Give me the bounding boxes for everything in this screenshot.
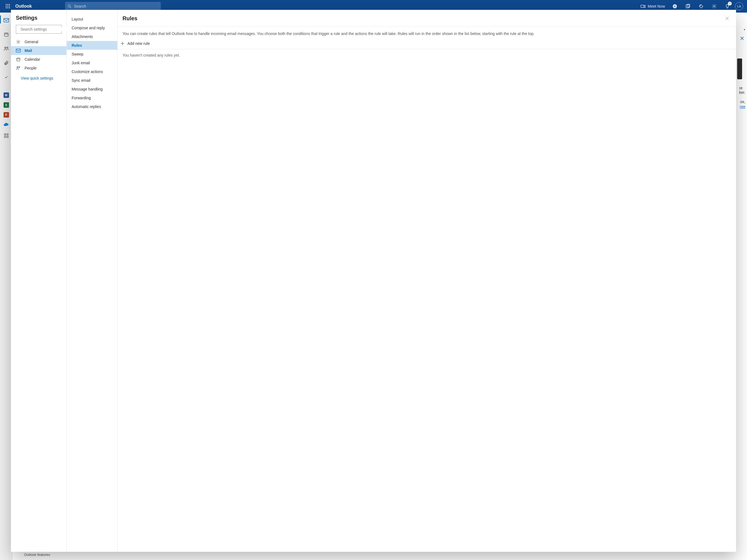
waffle-icon (6, 4, 10, 8)
svg-point-16 (700, 5, 700, 6)
svg-rect-1 (7, 4, 8, 5)
bg-upgrade-line2: Outlook features (24, 553, 52, 557)
card-icon (686, 4, 690, 9)
tips-badge: 7 (728, 2, 732, 5)
svg-rect-4 (7, 6, 8, 6)
calendar-icon (4, 32, 9, 37)
rail-excel[interactable]: X (4, 102, 9, 108)
category-people[interactable]: People (11, 64, 67, 73)
svg-point-40 (19, 67, 20, 68)
subnav-customize-actions[interactable]: Customize actions (67, 67, 117, 76)
bg-banner-close[interactable] (739, 35, 745, 42)
rail-calendar[interactable] (0, 29, 12, 40)
close-icon (740, 36, 744, 41)
quick-settings-link[interactable]: View quick settings (21, 76, 53, 80)
subnav-message-handling[interactable]: Message handling (67, 85, 117, 94)
bg-chevron-down[interactable]: ▾ (744, 28, 745, 31)
svg-rect-25 (4, 134, 6, 135)
svg-rect-6 (6, 7, 6, 8)
search-settings-input[interactable] (21, 27, 68, 31)
category-label: General (25, 40, 38, 44)
subnav-junk-email[interactable]: Junk email (67, 58, 117, 67)
rail-mail[interactable] (0, 15, 12, 25)
svg-rect-3 (6, 6, 6, 6)
settings-detail-pane: Rules You can create rules that tell Out… (118, 10, 736, 552)
mail-icon (16, 49, 21, 52)
skype-icon: S (672, 4, 677, 9)
gear-icon (16, 40, 21, 44)
tag-icon (699, 4, 703, 9)
global-search[interactable] (65, 2, 161, 11)
svg-point-24 (7, 47, 8, 48)
bg-link[interactable]: ree (740, 104, 745, 109)
svg-rect-34 (16, 49, 21, 52)
subnav-layout[interactable]: Layout (67, 15, 117, 24)
add-new-rule-button[interactable]: Add new rule (118, 39, 736, 49)
rail-word[interactable]: W (4, 93, 9, 98)
calendar-icon (16, 57, 21, 61)
detail-title: Rules (123, 15, 137, 22)
settings-categories-column: Settings General Mail Cal (11, 10, 67, 552)
category-label: Mail (25, 48, 32, 53)
category-calendar[interactable]: Calendar (11, 55, 67, 64)
rail-todo[interactable] (0, 72, 12, 82)
rules-divider (118, 49, 736, 49)
svg-rect-11 (641, 5, 644, 8)
svg-text:S: S (674, 5, 676, 8)
check-icon (4, 75, 9, 80)
category-label: Calendar (25, 57, 40, 61)
account-avatar[interactable]: LA (735, 2, 743, 10)
bg-phone-preview (737, 58, 742, 79)
subnav-compose-and-reply[interactable]: Compose and reply (67, 24, 117, 32)
brand-label: Outlook (14, 4, 34, 9)
svg-rect-35 (17, 58, 20, 61)
subnav-attachments[interactable]: Attachments (67, 32, 117, 41)
svg-rect-18 (4, 18, 8, 22)
rail-onedrive[interactable] (4, 122, 9, 127)
subnav-sweep[interactable]: Sweep (67, 50, 117, 58)
settings-title: Settings (11, 15, 67, 25)
svg-point-17 (714, 6, 715, 7)
category-mail[interactable]: Mail (11, 46, 67, 55)
rail-more-apps[interactable] (0, 132, 12, 139)
attachment-icon (4, 60, 9, 65)
close-icon (725, 17, 729, 21)
svg-line-10 (70, 7, 71, 8)
settings-modal: Settings General Mail Cal (11, 10, 736, 552)
cloud-icon (4, 123, 9, 127)
meet-now-label: Meet Now (648, 4, 665, 8)
rail-people[interactable] (0, 44, 12, 54)
search-icon (67, 4, 72, 8)
svg-rect-28 (7, 136, 8, 137)
settings-subnav-column: Layout Compose and reply Attachments Rul… (67, 10, 118, 552)
rules-empty-text: You haven't created any rules yet. (118, 52, 736, 58)
bg-text-2: ox, (740, 100, 745, 104)
rail-files[interactable] (0, 58, 12, 68)
video-icon (641, 4, 646, 8)
svg-point-23 (5, 47, 6, 48)
mail-icon (4, 18, 9, 22)
search-settings-box[interactable] (16, 25, 61, 34)
people-icon (4, 46, 9, 51)
svg-point-9 (68, 5, 71, 7)
gear-icon (712, 4, 717, 9)
global-search-input[interactable] (74, 4, 159, 8)
subnav-forwarding[interactable]: Forwarding (67, 94, 117, 102)
bg-text-1: re ker. (739, 86, 745, 95)
detail-header: Rules (118, 10, 736, 27)
close-settings-button[interactable] (723, 14, 731, 22)
subnav-rules[interactable]: Rules (67, 41, 117, 50)
category-label: People (25, 66, 36, 70)
category-general[interactable]: General (11, 37, 67, 46)
plus-icon (120, 41, 125, 46)
svg-point-39 (17, 67, 18, 68)
add-new-rule-label: Add new rule (127, 41, 150, 46)
subnav-sync-email[interactable]: Sync email (67, 76, 117, 85)
svg-rect-26 (7, 134, 8, 135)
left-rail-active-indicator (0, 15, 1, 24)
rail-powerpoint[interactable]: P (4, 112, 9, 118)
svg-rect-5 (9, 6, 10, 6)
svg-rect-27 (4, 136, 6, 137)
subnav-automatic-replies[interactable]: Automatic replies (67, 102, 117, 111)
rules-intro-text: You can create rules that tell Outlook h… (118, 27, 736, 39)
